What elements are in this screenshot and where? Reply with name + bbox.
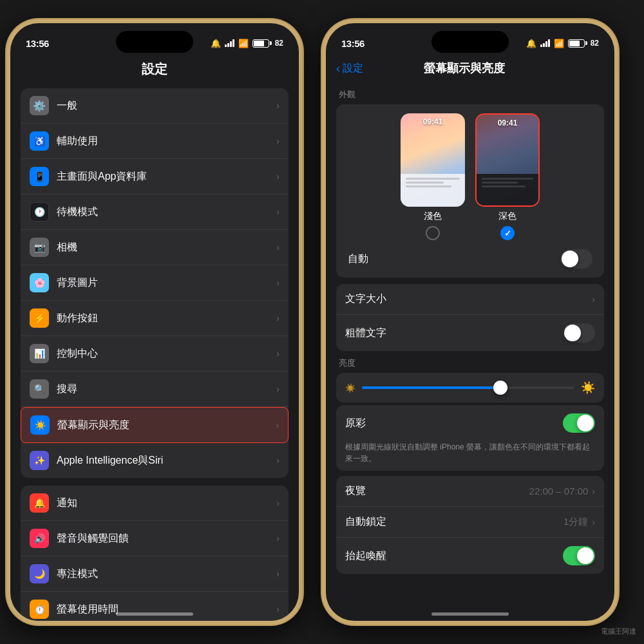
row-accessibility[interactable]: ♿ 輔助使用 › [21, 124, 289, 159]
sound-icon: 🔊 [30, 529, 49, 548]
intelligence-icon: ✨ [30, 451, 49, 470]
raise-toggle[interactable] [563, 546, 595, 565]
row-focus[interactable]: 🌙 專注模式 › [21, 556, 289, 592]
search-icon: 🔍 [30, 379, 49, 399]
screentime-icon: ⏱️ [30, 600, 49, 619]
appearance-group: 09:41 淺色 [336, 104, 604, 278]
brightness-row: ☀️ ☀️ [345, 381, 595, 395]
bold-toggle[interactable] [563, 323, 595, 343]
back-button[interactable]: ‹ 設定 [336, 62, 363, 75]
status-icons-right: 🔔 📶 82 [526, 39, 599, 48]
row-wallpaper[interactable]: 🌸 背景圖片 › [21, 265, 289, 301]
intelligence-label: Apple Intelligence與Siri [57, 454, 276, 468]
brightness-section-label: 亮度 [339, 357, 604, 369]
light-radio[interactable] [426, 226, 440, 240]
font-size-row[interactable]: 文字大小 › [336, 284, 604, 315]
text-group: 文字大小 › 粗體文字 [336, 284, 604, 351]
settings-group-1: ⚙️ 一般 › ♿ 輔助使用 › 📱 主畫面與App資料庫 › 🕐 待機模式 [21, 88, 289, 478]
general-chevron: › [276, 100, 279, 111]
nightshift-label: 夜覽 [345, 484, 529, 498]
controlcenter-icon: 📊 [30, 344, 49, 363]
nightshift-chevron: › [592, 486, 595, 497]
mute-icon: 🔔 [211, 39, 221, 48]
row-intelligence[interactable]: ✨ Apple Intelligence與Siri › [21, 443, 289, 478]
truetone-toggle[interactable] [563, 413, 595, 433]
accessibility-icon: ♿ [30, 131, 49, 151]
display-icon: ☀️ [30, 415, 50, 435]
brightness-low-icon: ☀️ [345, 383, 355, 393]
dynamic-island-right [431, 31, 509, 53]
row-notifications[interactable]: 🔔 通知 › [21, 486, 289, 521]
right-phone: 13:56 🔔 📶 82 ‹ 設定 螢幕顯示與亮度 [322, 19, 618, 625]
nightshift-row[interactable]: 夜覽 22:00 – 07:00 › [336, 476, 604, 507]
checkmark-icon: ✓ [504, 229, 511, 238]
general-icon: ⚙️ [30, 96, 49, 115]
row-sound[interactable]: 🔊 聲音與觸覺回饋 › [21, 521, 289, 556]
battery-percent-right: 82 [591, 39, 599, 48]
brightness-section: ☀️ ☀️ [336, 373, 604, 402]
screentime-chevron: › [276, 604, 279, 614]
row-camera[interactable]: 📷 相機 › [21, 230, 289, 265]
appearance-options: 09:41 淺色 [345, 113, 595, 240]
truetone-desc: 根據周圍光線狀況自動調整 iPhone 螢幕，讓顏色在不同的環境下都看起來一致。 [336, 441, 604, 471]
search-label: 搜尋 [57, 383, 276, 396]
settings-list: ⚙️ 一般 › ♿ 輔助使用 › 📱 主畫面與App資料庫 › 🕐 待機模式 [10, 88, 299, 621]
dark-preview: 09:41 [475, 113, 540, 207]
appearance-light[interactable]: 09:41 淺色 [401, 113, 465, 240]
brightness-high-icon: ☀️ [581, 381, 595, 395]
bold-text-row[interactable]: 粗體文字 [336, 315, 604, 351]
truetone-section: 原彩 根據周圍光線狀況自動調整 iPhone 螢幕，讓顏色在不同的環境下都看起來… [336, 405, 604, 471]
accessibility-chevron: › [276, 136, 279, 146]
row-controlcenter[interactable]: 📊 控制中心 › [21, 336, 289, 372]
autolock-chevron: › [592, 517, 595, 527]
row-search[interactable]: 🔍 搜尋 › [21, 372, 289, 407]
row-general[interactable]: ⚙️ 一般 › [21, 88, 289, 124]
autolock-value: 1分鐘 [564, 516, 588, 528]
autolock-row[interactable]: 自動鎖定 1分鐘 › [336, 507, 604, 538]
brightness-slider[interactable] [362, 386, 574, 389]
wifi-icon-right: 📶 [554, 39, 564, 48]
row-display[interactable]: ☀️ 螢幕顯示與亮度 › [21, 407, 289, 443]
autolock-label: 自動鎖定 [345, 515, 564, 529]
auto-toggle[interactable] [560, 249, 592, 269]
mute-icon-right: 🔔 [526, 39, 536, 48]
display-nav: ‹ 設定 螢幕顯示與亮度 [326, 58, 614, 84]
bottom-group: 夜覽 22:00 – 07:00 › 自動鎖定 1分鐘 › 抬起喚醒 [336, 476, 604, 574]
homescreen-icon: 📱 [30, 167, 49, 186]
general-label: 一般 [57, 99, 276, 113]
dynamic-island-left [116, 31, 193, 53]
row-screentime[interactable]: ⏱️ 螢幕使用時間 › [21, 592, 289, 621]
back-label: 設定 [343, 62, 363, 75]
bold-text-label: 粗體文字 [345, 327, 563, 340]
display-content: 外觀 [326, 84, 614, 580]
controlcenter-chevron: › [276, 348, 279, 359]
notifications-label: 通知 [57, 497, 276, 510]
auto-row: 自動 [345, 247, 595, 269]
camera-label: 相機 [57, 241, 276, 254]
appearance-dark[interactable]: 09:41 深色 ✓ [475, 113, 540, 240]
dark-radio[interactable]: ✓ [500, 226, 515, 240]
wallpaper-label: 背景圖片 [57, 276, 276, 290]
standby-label: 待機模式 [57, 205, 276, 219]
standby-chevron: › [276, 207, 279, 217]
row-action[interactable]: ⚡ 動作按鈕 › [21, 301, 289, 336]
action-icon: ⚡ [30, 308, 49, 328]
search-chevron: › [276, 384, 279, 394]
sound-chevron: › [276, 533, 279, 544]
status-icons-left: 🔔 📶 82 [211, 39, 283, 48]
signal-icon-right [540, 39, 550, 47]
dark-label: 深色 [498, 211, 516, 222]
row-homescreen[interactable]: 📱 主畫面與App資料庫 › [21, 159, 289, 194]
brightness-thumb [493, 381, 507, 395]
raise-label: 抬起喚醒 [345, 549, 563, 563]
notifications-icon: 🔔 [30, 493, 49, 513]
action-chevron: › [276, 313, 279, 323]
wallpaper-chevron: › [276, 278, 279, 288]
truetone-label: 原彩 [345, 417, 563, 430]
left-phone: 13:56 🔔 📶 82 設定 ⚙️ [6, 19, 303, 625]
row-standby[interactable]: 🕐 待機模式 › [21, 194, 289, 230]
homescreen-chevron: › [276, 171, 279, 182]
nightshift-value: 22:00 – 07:00 [529, 486, 589, 497]
battery-icon [252, 39, 269, 48]
font-size-chevron: › [592, 294, 595, 305]
